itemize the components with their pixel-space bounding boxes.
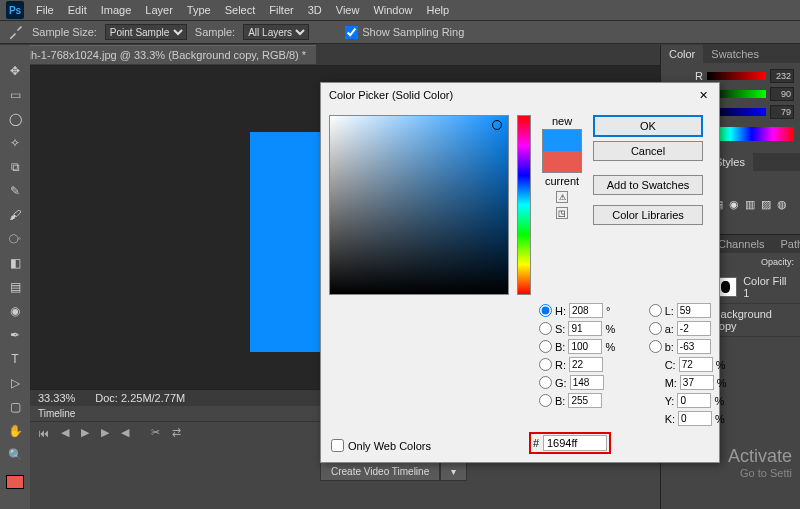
lasso-tool[interactable]: ◯	[5, 111, 25, 127]
bh-input[interactable]	[568, 339, 602, 354]
shape-tool[interactable]: ▢	[5, 399, 25, 415]
current-color-swatch[interactable]	[543, 151, 581, 172]
h-input[interactable]	[569, 303, 603, 318]
create-timeline-button[interactable]: Create Video Timeline	[320, 462, 440, 481]
y-label: Y:	[665, 395, 675, 407]
sample-size-select[interactable]: Point Sample	[105, 24, 187, 40]
close-icon[interactable]: ✕	[695, 87, 711, 103]
zoom-level[interactable]: 33.33%	[38, 392, 75, 404]
path-tool[interactable]: ▷	[5, 375, 25, 391]
menu-edit[interactable]: Edit	[62, 2, 93, 18]
cut-icon[interactable]: ✂	[151, 426, 160, 439]
y-input[interactable]	[677, 393, 711, 408]
new-label: new	[552, 115, 572, 127]
menu-file[interactable]: File	[30, 2, 60, 18]
show-sampling-checkbox[interactable]	[345, 26, 358, 39]
g-radio[interactable]	[539, 376, 552, 389]
sv-marker	[492, 120, 502, 130]
blur-tool[interactable]: ◉	[5, 303, 25, 319]
document-tab[interactable]: jhjh-1-768x1024.jpg @ 33.3% (Background …	[10, 45, 316, 64]
transition-icon[interactable]: ⇄	[172, 426, 181, 439]
saturation-value-field[interactable]	[329, 115, 509, 295]
color-libraries-button[interactable]: Color Libraries	[593, 205, 703, 225]
adj-icon[interactable]: ▥	[745, 198, 755, 211]
m-label: M:	[665, 377, 677, 389]
goto-last-icon[interactable]: ◀	[121, 426, 129, 439]
bh-label: B:	[555, 341, 565, 353]
menu-image[interactable]: Image	[95, 2, 138, 18]
menu-type[interactable]: Type	[181, 2, 217, 18]
g-input[interactable]	[570, 375, 604, 390]
tab-swatches[interactable]: Swatches	[703, 45, 767, 63]
blab-input[interactable]	[677, 339, 711, 354]
k-input[interactable]	[678, 411, 712, 426]
brgb-radio[interactable]	[539, 394, 552, 407]
show-sampling-label: Show Sampling Ring	[362, 26, 464, 38]
play-icon[interactable]: ▶	[81, 426, 89, 439]
adj-icon[interactable]: ◉	[729, 198, 739, 211]
m-input[interactable]	[680, 375, 714, 390]
s-input[interactable]	[568, 321, 602, 336]
b-value[interactable]: 79	[770, 105, 794, 119]
bh-radio[interactable]	[539, 340, 552, 353]
a-radio[interactable]	[649, 322, 662, 335]
add-swatches-button[interactable]: Add to Swatches	[593, 175, 703, 195]
tab-color[interactable]: Color	[661, 45, 703, 63]
r-input[interactable]	[569, 357, 603, 372]
menu-select[interactable]: Select	[219, 2, 262, 18]
ok-button[interactable]: OK	[593, 115, 703, 137]
tab-paths[interactable]: Paths	[773, 235, 800, 253]
l-input[interactable]	[677, 303, 711, 318]
menu-layer[interactable]: Layer	[139, 2, 179, 18]
create-timeline-dropdown[interactable]: ▾	[440, 462, 467, 481]
l-radio[interactable]	[649, 304, 662, 317]
next-frame-icon[interactable]: ▶	[101, 426, 109, 439]
eraser-tool[interactable]: ◧	[5, 255, 25, 271]
blab-radio[interactable]	[649, 340, 662, 353]
goto-first-icon[interactable]: ⏮	[38, 427, 49, 439]
adj-icon[interactable]: ▨	[761, 198, 771, 211]
menu-window[interactable]: Window	[367, 2, 418, 18]
hex-input[interactable]	[543, 435, 607, 451]
r-radio[interactable]	[539, 358, 552, 371]
a-input[interactable]	[677, 321, 711, 336]
h-radio[interactable]	[539, 304, 552, 317]
web-only-checkbox[interactable]	[331, 439, 344, 452]
wand-tool[interactable]: ✧	[5, 135, 25, 151]
pen-tool[interactable]: ✒	[5, 327, 25, 343]
brgb-input[interactable]	[568, 393, 602, 408]
foreground-color-swatch[interactable]	[6, 475, 24, 489]
move-tool[interactable]: ✥	[5, 63, 25, 79]
sample-size-label: Sample Size:	[32, 26, 97, 38]
s-radio[interactable]	[539, 322, 552, 335]
menu-help[interactable]: Help	[421, 2, 456, 18]
stamp-tool[interactable]: ⧂	[5, 231, 25, 247]
c-input[interactable]	[679, 357, 713, 372]
menu-3d[interactable]: 3D	[302, 2, 328, 18]
brush-tool[interactable]: 🖌	[5, 207, 25, 223]
menu-view[interactable]: View	[330, 2, 366, 18]
main-menubar: Ps File Edit Image Layer Type Select Fil…	[0, 0, 800, 20]
dialog-title: Color Picker (Solid Color)	[329, 89, 453, 101]
watermark: Activate Go to Setti	[728, 446, 792, 479]
gradient-tool[interactable]: ▤	[5, 279, 25, 295]
adj-icon[interactable]: ◍	[777, 198, 787, 211]
hand-tool[interactable]: ✋	[5, 423, 25, 439]
prev-frame-icon[interactable]: ◀	[61, 426, 69, 439]
g-label2: G:	[555, 377, 567, 389]
sample-select[interactable]: All Layers	[243, 24, 309, 40]
type-tool[interactable]: T	[5, 351, 25, 367]
options-bar: Sample Size: Point Sample Sample: All La…	[0, 20, 800, 44]
hue-slider[interactable]	[517, 115, 531, 295]
cube-icon[interactable]: ◳	[556, 207, 568, 219]
zoom-tool[interactable]: 🔍	[5, 447, 25, 463]
g-value[interactable]: 90	[770, 87, 794, 101]
marquee-tool[interactable]: ▭	[5, 87, 25, 103]
r-value[interactable]: 232	[770, 69, 794, 83]
cancel-button[interactable]: Cancel	[593, 141, 703, 161]
crop-tool[interactable]: ⧉	[5, 159, 25, 175]
eyedropper-tool[interactable]: ✎	[5, 183, 25, 199]
menu-filter[interactable]: Filter	[263, 2, 299, 18]
r-slider[interactable]	[707, 72, 766, 80]
warning-icon[interactable]: ⚠	[556, 191, 568, 203]
